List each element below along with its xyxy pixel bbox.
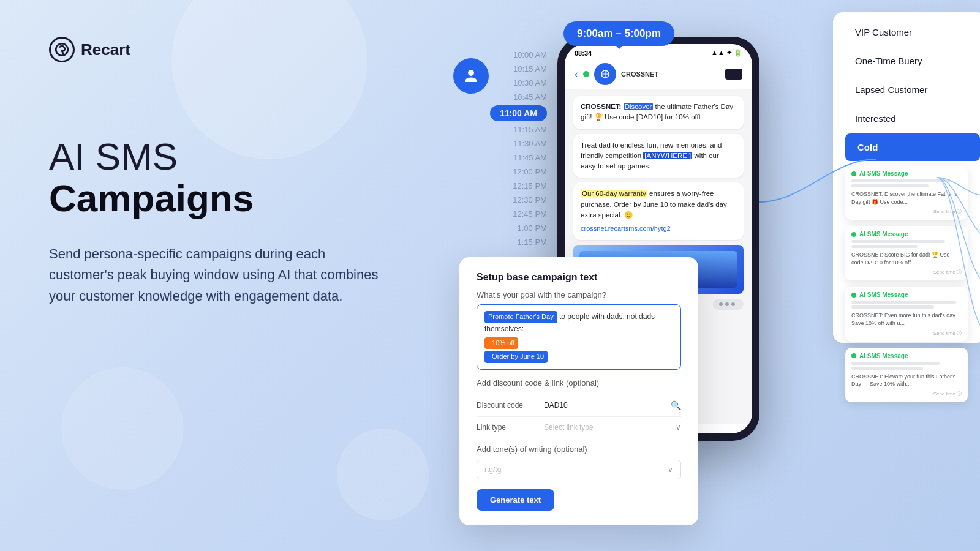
headline: AI SMS Campaigns <box>49 136 429 219</box>
ai-message-card-3: AI SMS Message CROSSNET: Even more fun t… <box>845 287 968 341</box>
highlight-discover: Discover <box>624 103 654 110</box>
highlight-warranty: Our 60-day warranty <box>581 190 647 197</box>
left-panel: Recart AI SMS Campaigns Send persona-spe… <box>49 0 429 551</box>
ai-lines-4 <box>851 362 962 370</box>
link-type-row: Link type Select link type ∨ <box>477 416 681 432</box>
phone-status-bar: 08:34 ▲▲ ✦ 🔋 <box>565 44 752 59</box>
goal-text: Promote Father's Day to people with dads… <box>484 311 673 335</box>
ai-line <box>851 245 918 248</box>
tone-chevron-icon: ∨ <box>668 465 673 474</box>
chat-bubble-1: CROSSNET: Discover the ultimate Father's… <box>573 96 744 129</box>
ai-status-dot-4 <box>851 353 856 358</box>
time-item: 11:15 AM <box>490 124 547 135</box>
tag-promote: Promote Father's Day <box>484 311 557 323</box>
logo-text: Recart <box>81 40 130 59</box>
video-call-icon[interactable] <box>725 69 742 80</box>
ai-msg-header-1: AI SMS Message <box>851 170 962 177</box>
tone-input[interactable]: rtg/tg ∨ <box>477 460 681 479</box>
link-type-value[interactable]: Select link type ∨ <box>544 423 681 432</box>
segment-interested[interactable]: Interested <box>845 105 980 132</box>
ai-send-time-1: Send time ⓘ <box>851 208 962 215</box>
phone-time: 08:34 <box>575 50 592 57</box>
tag-deadline: · Order by June 10 <box>484 351 548 363</box>
typing-indicator <box>713 299 744 310</box>
headline-line2: Campaigns <box>49 178 429 219</box>
chat-bubble-2: Treat dad to endless fun, new memories, … <box>573 134 744 178</box>
ai-msg-header-3: AI SMS Message <box>851 291 962 298</box>
tag-discount: · 10% off <box>484 337 518 350</box>
ai-send-time-3: Send time ⓘ <box>851 330 962 337</box>
ai-line <box>851 240 945 243</box>
discount-code-value: DAD10 🔍 <box>544 400 681 410</box>
time-item: 1:15 PM <box>490 236 547 248</box>
segments-panel: VIP Customer One-Time Buery Lapsed Custo… <box>845 18 980 162</box>
segment-vip-customer[interactable]: VIP Customer <box>845 18 980 46</box>
ai-label-4: AI SMS Message <box>859 353 908 359</box>
segment-one-time-buyer[interactable]: One-Time Buery <box>845 47 980 75</box>
tone-placeholder: rtg/tg <box>484 465 501 474</box>
ai-status-dot-1 <box>851 171 856 176</box>
typing-dot-2 <box>725 302 729 306</box>
typing-dot-1 <box>719 302 723 306</box>
ai-message-card-2: AI SMS Message CROSSNET: Score BIG for d… <box>845 226 968 280</box>
phone-header-left: ‹ CROSSNET <box>575 63 658 85</box>
time-item: 11:45 AM <box>490 152 547 163</box>
generate-text-button[interactable]: Generate text <box>477 489 554 511</box>
time-item: 10:15 AM <box>490 63 547 75</box>
svg-point-1 <box>468 70 474 76</box>
ai-label-1: AI SMS Message <box>859 170 908 177</box>
ai-line <box>851 179 951 182</box>
back-arrow-icon[interactable]: ‹ <box>575 68 578 81</box>
ai-msg-text-3: CROSSNET: Even more fun this dad's day. … <box>851 312 962 327</box>
ai-lines-3 <box>851 301 962 309</box>
time-item: 10:45 AM <box>490 91 547 103</box>
link-type-label: Link type <box>477 423 544 432</box>
highlight-anywhere: [ANYWHERE!] <box>643 152 692 159</box>
time-item: 12:45 PM <box>490 208 547 220</box>
campaign-card-title: Setup base campaign text <box>477 272 681 283</box>
chat-bubble-3: Our 60-day warranty ensures a worry-free… <box>573 182 744 240</box>
time-item: 12:15 PM <box>490 180 547 192</box>
brand-label: CROSSNET: <box>581 103 624 110</box>
ai-messages-column: AI SMS Message CROSSNET: Discover the ul… <box>845 165 968 402</box>
phone-signal-icons: ▲▲ ✦ 🔋 <box>711 49 742 57</box>
ai-line <box>851 362 940 365</box>
right-panel: 9:00am – 5:00pm 10:00 AM 10:15 AM 10:30 … <box>404 0 980 551</box>
subtext: Send persona-specific campaigns during e… <box>49 244 392 306</box>
ai-msg-text-1: CROSSNET: Discover the ultimate Father's… <box>851 190 962 206</box>
headline-line1: AI SMS <box>49 136 429 178</box>
search-icon[interactable]: 🔍 <box>671 400 681 410</box>
time-item: 11:30 AM <box>490 138 547 149</box>
discount-code-label: Discount code <box>477 401 544 410</box>
ai-msg-header-4: AI SMS Message <box>851 353 962 359</box>
time-column: 10:00 AM 10:15 AM 10:30 AM 10:45 AM 11:0… <box>490 49 547 248</box>
brand-name: CROSSNET <box>621 70 658 78</box>
ai-send-time-2: Send time ⓘ <box>851 269 962 276</box>
typing-dot-3 <box>731 302 735 306</box>
chevron-down-icon: ∨ <box>676 423 681 432</box>
discount-code-text: DAD10 <box>544 401 568 410</box>
recart-logo-icon <box>49 37 75 62</box>
campaign-setup-card: Setup base campaign text What's your goa… <box>459 257 698 525</box>
tone-section-header: Add tone(s) of writing (optional) <box>477 438 681 454</box>
online-indicator <box>583 71 589 77</box>
ai-label-3: AI SMS Message <box>859 291 908 298</box>
goal-label: What's your goal with the campaign? <box>477 290 681 299</box>
ai-msg-text-4: CROSSNET: Elevate your fun this Father's… <box>851 373 962 388</box>
ai-line <box>851 367 923 370</box>
ai-label-2: AI SMS Message <box>859 231 908 238</box>
user-avatar <box>453 58 489 94</box>
ai-lines-1 <box>851 179 962 187</box>
segment-cold[interactable]: Cold <box>845 133 980 161</box>
time-item: 1:00 PM <box>490 222 547 234</box>
time-item-active[interactable]: 11:00 AM <box>490 105 547 121</box>
time-item: 12:00 PM <box>490 166 547 178</box>
ai-message-card-1: AI SMS Message CROSSNET: Discover the ul… <box>845 165 968 220</box>
campaign-goal-textarea[interactable]: Promote Father's Day to people with dads… <box>477 304 681 370</box>
chat-link: crossnet.recartsms.com/hytg2 <box>581 225 671 232</box>
ai-lines-2 <box>851 240 962 248</box>
logo-area: Recart <box>49 37 429 62</box>
brand-avatar <box>594 63 616 85</box>
phone-chat-header: ‹ CROSSNET <box>565 59 752 89</box>
segment-lapsed-customer[interactable]: Lapsed Customer <box>845 76 980 103</box>
